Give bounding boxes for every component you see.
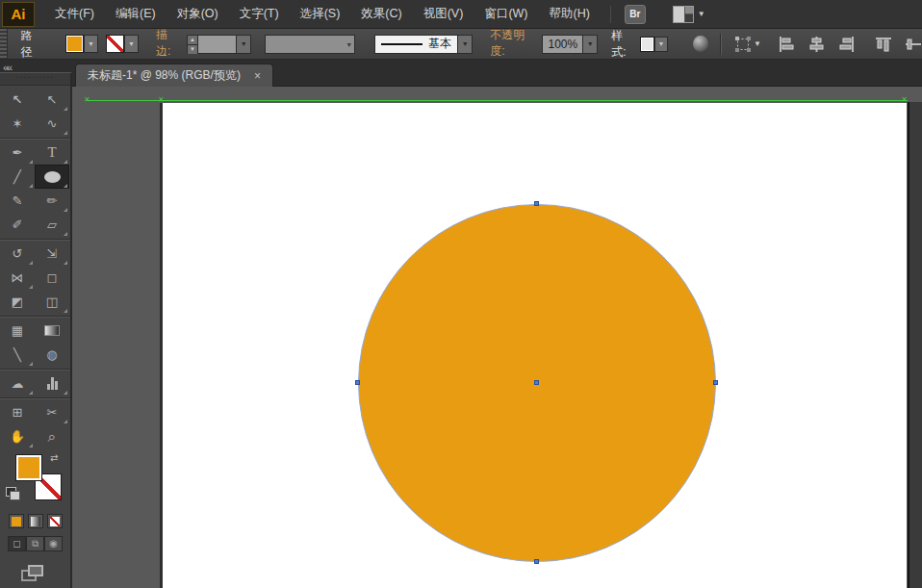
ellipse-tool[interactable] [35,165,69,189]
align-left-icon[interactable] [779,37,795,52]
flyout-triangle-icon [64,420,67,423]
free-transform-tool[interactable]: ◻ [35,266,69,290]
menu-edit[interactable]: 编辑(E) [105,0,166,28]
tools-panel-grip[interactable]: ·········· [0,73,70,86]
menu-effect[interactable]: 效果(C) [350,0,412,28]
menu-view[interactable]: 视图(V) [413,0,474,28]
drawing-mode-buttons: ◻ ⧉ ◉ [0,536,70,551]
document-tab-bar: «« 未标题-1* @ 98% (RGB/预览) × [0,60,922,87]
paintbrush-tool[interactable]: ✎ [0,189,35,213]
brush-definition-value: 基本 [428,36,451,52]
style-swatch[interactable] [640,37,654,52]
opacity-input[interactable]: 100% [542,35,583,54]
column-graph-glyph [47,377,58,390]
anchor-center[interactable] [534,380,539,385]
slice-tool[interactable]: ✂ [35,400,69,424]
menu-file[interactable]: 文件(F) [44,0,105,28]
stroke-color-dropdown[interactable]: ▼ [124,35,139,53]
horizontal-guide[interactable]: ✕ ✕ ✕ [87,100,908,101]
swap-fill-stroke-icon[interactable]: ⇄ [50,452,58,463]
symbol-sprayer-tool[interactable]: ☁ [0,371,35,396]
shape-builder-tool[interactable]: ◩ [0,290,35,314]
width-tool[interactable]: ⋈ [0,266,35,290]
blend-tool[interactable]: ◍ [35,343,69,367]
align-top-icon[interactable] [876,37,892,52]
mesh-tool[interactable]: ▦ [0,319,35,343]
perspective-grid-tool[interactable]: ◫ [35,290,69,314]
object-type-label: 路径 [21,28,43,61]
pen-tool[interactable]: ✒ [0,141,35,165]
lasso-tool[interactable]: ∿ [35,112,69,136]
default-fill-stroke-icon[interactable] [6,487,16,497]
anchor-bottom[interactable] [534,559,539,564]
fill-color-dropdown[interactable]: ▼ [84,35,98,53]
control-bar: 路径 ▼ ▼ 描边: ▲ ▼ ▼ ▼ 基本 ▼ 不透明度: 100% ▼ 样式:… [0,29,922,60]
guide-mark-icon: ✕ [901,96,908,104]
line-segment-tool[interactable]: ╱ [0,165,35,189]
menu-object[interactable]: 对象(O) [166,0,229,28]
opacity-panel-link[interactable]: 不透明度: [490,27,536,61]
align-vertical-center-icon[interactable] [906,37,922,52]
menu-window[interactable]: 窗口(W) [474,0,538,28]
tools-grid: ↖ ↖ ✶ ∿ ✒ T ╱ ✎ ✏ ✐ ▱ ↺ ⇲ ⋈ ◻ ◩ ◫ ▦ ╲ ◍ [0,86,70,448]
transform-options-button[interactable]: ▼ [734,36,761,53]
type-tool[interactable]: T [35,141,69,165]
eyedropper-tool[interactable]: ╲ [0,343,35,367]
selection-tool[interactable]: ↖ [0,88,35,112]
column-graph-tool[interactable] [35,371,69,396]
blob-brush-tool[interactable]: ✐ [0,213,35,237]
panel-dock-edge[interactable] [908,102,922,588]
stroke-weight-input[interactable] [198,35,237,54]
document-tab[interactable]: 未标题-1* @ 98% (RGB/预览) × [75,64,273,87]
color-button[interactable] [9,514,24,528]
align-horizontal-center-icon[interactable] [808,37,825,52]
artboard-tool[interactable]: ⊞ [0,400,35,424]
menu-help[interactable]: 帮助(H) [539,0,601,28]
align-right-icon[interactable] [838,37,855,52]
style-label: 样式: [611,28,636,61]
brush-definition-caret[interactable]: ▼ [458,35,473,54]
change-screen-mode-button[interactable] [21,565,44,582]
magic-wand-tool[interactable]: ✶ [0,112,35,136]
menu-type[interactable]: 文字(T) [229,0,290,28]
stepper-up-icon[interactable]: ▲ [188,36,197,44]
canvas-area[interactable]: ✕ ✕ ✕ [72,87,922,588]
control-bar-grip[interactable] [0,29,8,59]
rotate-tool[interactable]: ↺ [0,242,35,266]
illustrator-window: Ai 文件(F) 编辑(E) 对象(O) 文字(T) 选择(S) 效果(C) 视… [0,0,922,588]
menu-select[interactable]: 选择(S) [290,0,351,28]
eraser-tool[interactable]: ▱ [35,213,69,237]
pencil-tool[interactable]: ✏ [35,189,69,213]
gradient-button[interactable] [28,514,43,528]
width-profile-dropdown[interactable]: ▼ [265,35,355,54]
stroke-color-swatch[interactable] [106,35,124,53]
workspace-switcher[interactable]: ▼ [673,6,705,23]
opacity-dropdown[interactable]: ▼ [583,35,598,54]
draw-inside-button[interactable]: ◉ [44,536,63,551]
style-dropdown[interactable]: ▼ [654,37,668,52]
draw-normal-button[interactable]: ◻ [8,536,26,551]
direct-selection-tool[interactable]: ↖ [35,88,69,112]
scale-tool[interactable]: ⇲ [35,242,69,266]
stroke-weight-stepper[interactable]: ▲ ▼ [187,35,198,54]
gradient-tool[interactable] [35,319,69,343]
stepper-down-icon[interactable]: ▼ [188,44,197,54]
flyout-triangle-icon [64,391,67,395]
fill-color-swatch[interactable] [65,35,84,53]
document-setup-icon[interactable] [693,36,708,52]
hand-tool[interactable]: ✋ [0,424,35,448]
anchor-right[interactable] [713,380,718,385]
fill-proxy-swatch[interactable] [15,454,42,481]
draw-behind-button[interactable]: ⧉ [26,536,44,551]
anchor-left[interactable] [355,380,360,385]
gradient-swatch-icon [31,517,40,526]
anchor-top[interactable] [534,201,539,206]
zoom-tool[interactable]: ⌕ [35,424,69,448]
close-icon[interactable]: × [254,69,261,83]
stroke-panel-link[interactable]: 描边: [156,27,181,61]
stroke-weight-dropdown[interactable]: ▼ [237,35,251,54]
bridge-icon[interactable]: Br [625,5,646,24]
brush-definition-dropdown[interactable]: 基本 [374,35,458,54]
none-button[interactable] [47,514,63,528]
workspace-layout-icon [673,6,694,23]
